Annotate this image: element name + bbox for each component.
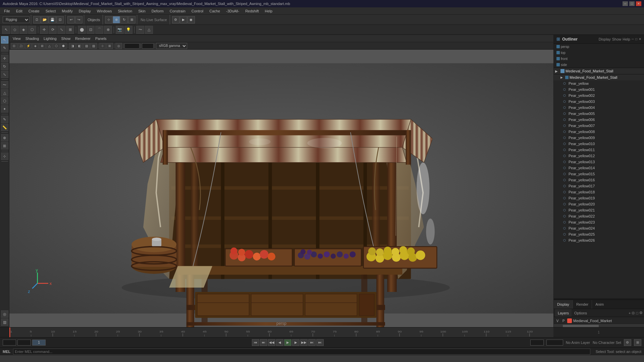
menu-skeleton[interactable]: Skeleton <box>115 8 135 14</box>
vp-shading-2[interactable]: ◧ <box>76 43 83 49</box>
save-as-button[interactable]: ⊡ <box>56 16 64 23</box>
outliner-x[interactable]: ✕ <box>639 37 641 41</box>
outliner-item-1[interactable]: ⬡Pear_yellow <box>554 80 644 86</box>
transform-button[interactable]: ⊕ <box>113 16 120 23</box>
menu-display[interactable]: Display <box>76 8 94 14</box>
poly-tool-left[interactable]: △ <box>1 89 8 97</box>
rotate-button[interactable]: ↻ <box>120 16 128 23</box>
scale-tool-btn[interactable]: ⤡ <box>57 26 65 34</box>
vp-display-1[interactable]: ⊡ <box>11 43 17 49</box>
mode-dropdown[interactable]: Rigging <box>3 16 30 23</box>
outliner-item-18[interactable]: ⬡Pear_yellow017 <box>554 183 644 189</box>
outliner-item-8[interactable]: ⬡Pear_yellow007 <box>554 123 644 129</box>
undo-button[interactable]: ↩ <box>67 16 75 23</box>
vp-gamma-dropdown[interactable]: sRGB gamma <box>156 43 187 49</box>
rp-scrollbar-area[interactable] <box>554 324 644 327</box>
bottom-anim-tab[interactable]: Anim <box>592 300 607 309</box>
step-back-button[interactable]: ⏭ <box>260 339 267 346</box>
vp-menu-shading[interactable]: Shading <box>23 36 41 41</box>
outliner-item-23[interactable]: ⬡Pear_yellow022 <box>554 213 644 219</box>
outliner-item-5[interactable]: ⬡Pear_yellow004 <box>554 105 644 111</box>
grid-tool[interactable]: ⊞ <box>1 142 8 149</box>
lasso-select[interactable]: ◇ <box>11 26 19 34</box>
menu-create[interactable]: Create <box>26 8 42 14</box>
snap-point[interactable]: ⊕ <box>104 26 112 34</box>
menu-select[interactable]: Select <box>43 8 59 14</box>
outliner-item-7[interactable]: ⬡Pear_yellow006 <box>554 117 644 123</box>
vp-isolate[interactable]: ◎ <box>115 43 122 49</box>
vp-menu-show[interactable]: Show <box>59 36 73 41</box>
vp-menu-panels[interactable]: Panels <box>93 36 109 41</box>
menu-help[interactable]: Help <box>262 8 275 14</box>
outliner-item-27[interactable]: ⬡Pear_yellow026 <box>554 237 644 243</box>
outliner-item-21[interactable]: ⬡Pear_yellow020 <box>554 201 644 207</box>
menu-constrain[interactable]: Constrain <box>167 8 188 14</box>
outliner-help-tab[interactable]: Help <box>623 37 630 41</box>
vp-shading-1[interactable]: ◨ <box>69 43 76 49</box>
snap-grid[interactable]: ⊡ <box>87 26 95 34</box>
minimize-button[interactable]: ─ <box>623 1 628 6</box>
outliner-item-16[interactable]: ⬡Pear_yellow015 <box>554 171 644 177</box>
scale-button[interactable]: ⊞ <box>128 16 136 23</box>
outliner-side[interactable]: side <box>554 62 644 68</box>
bottom-tool-2[interactable]: ▥ <box>1 318 8 326</box>
outliner-item-6[interactable]: ⬡Pear_yellow005 <box>554 111 644 117</box>
next-key-button[interactable]: ▶▶ <box>300 339 308 346</box>
vp-value2[interactable]: 1.00 <box>142 43 154 49</box>
menu-redshift[interactable]: Redshift <box>243 8 261 14</box>
outliner-item-10[interactable]: ⬡Pear_yellow009 <box>554 135 644 141</box>
outliner-item-2[interactable]: ⬡Pear_yellow001 <box>554 86 644 93</box>
options-tab[interactable]: Options <box>572 309 590 317</box>
select-tool[interactable]: ⊹ <box>105 16 112 23</box>
snap-tool[interactable]: ⊕ <box>1 134 8 141</box>
prev-frame-button[interactable]: ◀ <box>276 339 283 346</box>
layers-select-btn[interactable]: □ <box>636 311 638 315</box>
rotate-tool-left[interactable]: ↻ <box>1 63 8 70</box>
vp-value1[interactable]: 0.500 <box>124 43 140 49</box>
timeline[interactable]: 1 5 10 15 20 25 30 35 40 45 50 <box>0 327 644 337</box>
frame-end-input[interactable]: 120 <box>530 340 544 346</box>
outliner-main-group[interactable]: ▶ Medieval_Food_Market_Stall <box>554 68 644 74</box>
vp-smooth[interactable]: ⬡ <box>53 43 60 49</box>
frame-current-input[interactable]: 1 <box>17 340 31 346</box>
outliner-item-4[interactable]: ⬡Pear_yellow003 <box>554 99 644 105</box>
outliner-item-11[interactable]: ⬡Pear_yellow010 <box>554 141 644 147</box>
outliner-front[interactable]: front <box>554 56 644 62</box>
vp-camera-gate[interactable]: ⊞ <box>106 43 113 49</box>
outliner-item-13[interactable]: ⬡Pear_yellow012 <box>554 153 644 159</box>
measure-tool[interactable]: 📏 <box>1 124 8 131</box>
menu-control[interactable]: Control <box>189 8 206 14</box>
play-button[interactable]: ▶ <box>284 339 291 346</box>
vp-display-4[interactable]: ◈ <box>32 43 39 49</box>
outliner-item-9[interactable]: ⬡Pear_yellow008 <box>554 129 644 135</box>
step-fwd-button[interactable]: ⏭ <box>308 339 316 346</box>
sculpt-tool-left[interactable]: ⬡ <box>1 97 8 105</box>
menu-modify[interactable]: Modify <box>59 8 75 14</box>
ipr-button[interactable]: ◉ <box>187 16 195 23</box>
outliner-item-19[interactable]: ⬡Pear_yellow018 <box>554 189 644 195</box>
vp-display-5[interactable]: ⊞ <box>39 43 46 49</box>
render-settings-button[interactable]: ⚙ <box>172 16 179 23</box>
mel-input[interactable] <box>13 349 590 355</box>
outliner-item-25[interactable]: ⬡Pear_yellow024 <box>554 225 644 231</box>
select-btn[interactable]: ↖ <box>2 26 10 34</box>
layers-hide-btn[interactable]: ◎ <box>632 311 635 315</box>
maximize-button[interactable]: □ <box>629 1 635 6</box>
vp-wireframe[interactable]: △ <box>46 43 53 49</box>
outliner-item-14[interactable]: ⬡Pear_yellow013 <box>554 159 644 165</box>
show-manipulator[interactable]: ⊹ <box>1 153 8 160</box>
outliner-item-0[interactable]: ▶Medieval_Food_Market_Stall <box>554 74 644 80</box>
vp-grid[interactable]: ⊹ <box>99 43 106 49</box>
outliner-close[interactable]: ─ <box>632 37 634 41</box>
close-button[interactable]: ✕ <box>636 1 641 6</box>
outliner-show-tab[interactable]: Show <box>612 37 622 41</box>
jump-start-button[interactable]: ⏮ <box>252 339 259 346</box>
universal-tool[interactable]: ⊞ <box>66 26 74 34</box>
select-tool-left[interactable]: ↖ <box>1 36 8 44</box>
menu-deform[interactable]: Deform <box>149 8 166 14</box>
annotation-tool[interactable]: ✎ <box>1 116 8 123</box>
bottom-display-tab[interactable]: Display <box>554 300 573 309</box>
outliner-persp[interactable]: persp <box>554 44 644 50</box>
range-end-input[interactable]: 200 <box>546 340 563 346</box>
outliner-item-12[interactable]: ⬡Pear_yellow011 <box>554 147 644 153</box>
